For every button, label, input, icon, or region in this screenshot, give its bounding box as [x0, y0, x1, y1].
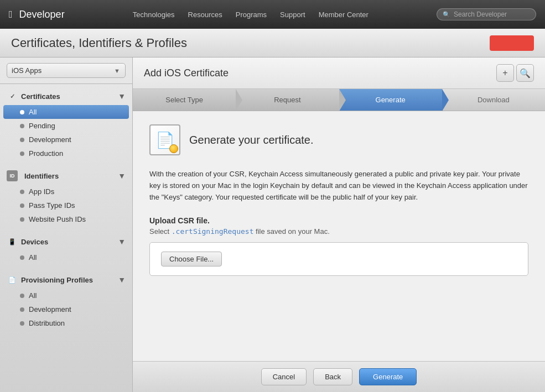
pass-type-ids-label: Pass Type IDs — [29, 201, 75, 210]
upload-sublabel-code: .certSigningRequest — [172, 227, 254, 236]
content-header: Add iOS Certificate + 🔍 — [133, 58, 545, 89]
certificates-chevron-icon: ▼ — [118, 92, 126, 101]
nav-technologies[interactable]: Technologies — [133, 11, 175, 19]
sidebar-item-app-ids[interactable]: App IDs — [0, 185, 132, 198]
sidebar-identifiers-header[interactable]: ID Identifiers ▼ — [0, 167, 132, 185]
devices-all-label: All — [29, 253, 37, 262]
provisioning-distribution-label: Distribution — [29, 319, 65, 327]
nav-links: Technologies Resources Programs Support … — [78, 11, 423, 19]
sidebar-item-certificates-pending[interactable]: Pending — [0, 119, 132, 133]
step-select-type[interactable]: Select Type — [133, 89, 236, 111]
sidebar-section-devices: 📱 Devices ▼ All — [0, 229, 132, 268]
content-title: Add iOS Certificate — [144, 67, 229, 79]
dot-icon — [20, 138, 24, 142]
certificates-label: Certificates — [21, 92, 60, 101]
step-request-label: Request — [274, 96, 300, 104]
dot-icon — [20, 294, 24, 298]
step-arrow-1 — [236, 89, 242, 111]
identifiers-icon: ID — [7, 170, 18, 181]
upload-sublabel: Select .certSigningRequest file saved on… — [149, 227, 528, 236]
apple-logo:  — [9, 9, 13, 20]
cert-badge-icon — [169, 144, 178, 153]
sidebar-section-certificates: ✓ Certificates ▼ All Pending Development… — [0, 84, 132, 164]
app-ids-label: App IDs — [29, 187, 54, 196]
dot-icon — [20, 151, 24, 156]
sidebar-item-devices-all[interactable]: All — [0, 250, 132, 264]
sidebar: iOS Apps Mac Apps tvOS Apps ▼ ✓ Certific… — [0, 58, 133, 392]
provisioning-development-label: Development — [29, 305, 71, 313]
nav-resources[interactable]: Resources — [188, 11, 222, 19]
upload-sublabel-suffix: file saved on your Mac. — [253, 227, 329, 236]
search-icon: 🔍 — [443, 11, 450, 18]
step-indicator: Select Type Request Generate Download — [133, 89, 545, 111]
generate-button[interactable]: Generate — [359, 368, 417, 385]
step-download[interactable]: Download — [442, 89, 545, 111]
main-content: 📄 Generate your certificate. With the cr… — [133, 111, 545, 361]
search-button[interactable]: 🔍 — [516, 64, 534, 82]
sidebar-item-certificates-all[interactable]: All — [3, 105, 129, 119]
sidebar-dropdown-wrapper[interactable]: iOS Apps Mac Apps tvOS Apps ▼ — [0, 58, 132, 84]
header-bar: Certificates, Identifiers & Profiles — [0, 29, 545, 58]
top-nav:  Developer Technologies Resources Progr… — [0, 0, 545, 29]
sidebar-provisioning-header[interactable]: 📄 Provisioning Profiles ▼ — [0, 271, 132, 289]
sidebar-item-website-push-ids[interactable]: Website Push IDs — [0, 212, 132, 226]
certificates-production-label: Production — [29, 149, 63, 158]
ios-apps-dropdown[interactable]: iOS Apps Mac Apps tvOS Apps — [7, 63, 126, 78]
dot-icon — [20, 307, 24, 312]
sidebar-item-provisioning-distribution[interactable]: Distribution — [0, 316, 132, 330]
certificates-all-label: All — [29, 108, 37, 116]
header-actions: + 🔍 — [496, 64, 534, 82]
nav-brand: Developer — [19, 9, 65, 20]
dot-icon — [20, 217, 24, 222]
step-request[interactable]: Request — [236, 89, 339, 111]
dot-icon — [20, 110, 24, 114]
cert-generate-title: Generate your certificate. — [189, 134, 314, 147]
back-button[interactable]: Back — [313, 368, 352, 385]
upload-section: Upload CSR file. Select .certSigningRequ… — [149, 216, 528, 276]
nav-member-center[interactable]: Member Center — [319, 11, 368, 19]
step-generate-label: Generate — [376, 96, 406, 104]
nav-support[interactable]: Support — [280, 11, 305, 19]
step-select-type-label: Select Type — [165, 96, 203, 104]
sidebar-certificates-header[interactable]: ✓ Certificates ▼ — [0, 87, 132, 105]
identifiers-label: Identifiers — [24, 172, 59, 180]
add-button[interactable]: + — [496, 64, 514, 82]
search-input[interactable] — [454, 11, 531, 18]
upload-sublabel-prefix: Select — [149, 227, 172, 236]
header-badge — [490, 35, 534, 51]
website-push-ids-label: Website Push IDs — [29, 215, 86, 223]
file-upload-area: Choose File... — [149, 242, 528, 276]
provisioning-label: Provisioning Profiles — [21, 276, 93, 284]
content-footer: Cancel Back Generate — [133, 361, 545, 392]
cert-header: 📄 Generate your certificate. — [149, 124, 528, 155]
choose-file-button[interactable]: Choose File... — [161, 252, 222, 266]
devices-label: Devices — [21, 238, 48, 246]
search-box[interactable]: 🔍 — [437, 8, 536, 20]
main-layout: iOS Apps Mac Apps tvOS Apps ▼ ✓ Certific… — [0, 58, 545, 392]
nav-programs[interactable]: Programs — [236, 11, 267, 19]
sidebar-item-provisioning-development[interactable]: Development — [0, 302, 132, 316]
sidebar-section-identifiers: ID Identifiers ▼ App IDs Pass Type IDs W… — [0, 164, 132, 229]
devices-icon: 📱 — [7, 236, 18, 247]
sidebar-item-certificates-development[interactable]: Development — [0, 133, 132, 147]
identifiers-chevron-icon: ▼ — [118, 171, 126, 180]
upload-label: Upload CSR file. — [149, 216, 528, 225]
sidebar-item-certificates-production[interactable]: Production — [0, 147, 132, 160]
cancel-button[interactable]: Cancel — [261, 368, 307, 385]
step-download-label: Download — [477, 96, 510, 104]
dot-icon — [20, 190, 24, 194]
devices-chevron-icon: ▼ — [118, 237, 126, 246]
sidebar-item-pass-type-ids[interactable]: Pass Type IDs — [0, 198, 132, 212]
sidebar-devices-header[interactable]: 📱 Devices ▼ — [0, 233, 132, 250]
step-generate[interactable]: Generate — [339, 89, 442, 111]
cert-icon: 📄 — [149, 124, 180, 155]
step-arrow-2 — [339, 89, 346, 111]
content-area: Add iOS Certificate + 🔍 Select Type Requ… — [133, 58, 545, 392]
provisioning-icon: 📄 — [7, 274, 18, 285]
certificates-development-label: Development — [29, 135, 71, 144]
dot-icon — [20, 321, 24, 326]
certificates-icon: ✓ — [7, 91, 18, 102]
sidebar-item-provisioning-all[interactable]: All — [0, 289, 132, 302]
cert-description: With the creation of your CSR, Keychain … — [149, 169, 528, 203]
provisioning-chevron-icon: ▼ — [118, 275, 126, 284]
